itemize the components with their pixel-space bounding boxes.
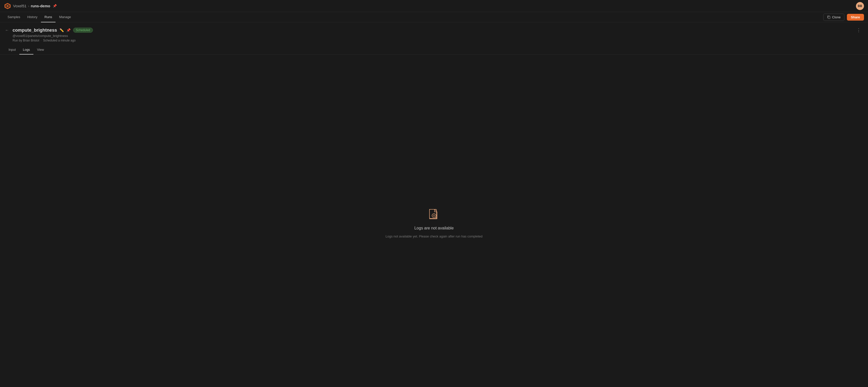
svg-point-6 <box>433 215 435 216</box>
run-header: ← compute_brightness ✏️ 📌 Scheduled ⋮ @v… <box>0 22 868 42</box>
nav-tabs-actions: Clone Share <box>823 13 864 21</box>
run-by: Run by Brian Bristol <box>12 39 39 42</box>
tab-runs[interactable]: Runs <box>41 12 56 22</box>
navbar-left: Voxel51 › runs-demo 📌 <box>4 2 57 9</box>
scheduled-at: Scheduled a minute ago <box>43 39 75 42</box>
status-badge: Scheduled <box>73 28 93 33</box>
nav-tabs: Samples History Runs Manage Clone Share <box>0 12 868 22</box>
sub-tab-input[interactable]: Input <box>5 45 19 55</box>
back-button[interactable]: ← <box>5 28 9 32</box>
breadcrumb: Voxel51 › runs-demo 📌 <box>13 4 57 8</box>
more-options-button[interactable]: ⋮ <box>855 26 863 34</box>
navbar: Voxel51 › runs-demo 📌 BB <box>0 0 868 12</box>
copy-icon <box>827 15 831 19</box>
tab-history[interactable]: History <box>24 12 41 22</box>
share-button[interactable]: Share <box>847 14 864 21</box>
tab-samples[interactable]: Samples <box>4 12 24 22</box>
breadcrumb-project[interactable]: runs-demo <box>31 4 50 8</box>
tab-manage[interactable]: Manage <box>56 12 74 22</box>
sub-tab-view[interactable]: View <box>33 45 48 55</box>
no-logs-icon <box>427 208 441 222</box>
navbar-right: BB <box>856 2 864 10</box>
breadcrumb-org[interactable]: Voxel51 <box>13 4 26 8</box>
empty-state: Logs are not available Logs not availabl… <box>385 208 483 238</box>
breadcrumb-pin-icon[interactable]: 📌 <box>53 4 57 8</box>
sub-tabs: Input Logs View <box>0 45 868 55</box>
pin-icon[interactable]: 📌 <box>66 28 70 32</box>
edit-icon[interactable]: ✏️ <box>60 28 64 32</box>
empty-state-title: Logs are not available <box>414 226 454 231</box>
sub-tab-logs[interactable]: Logs <box>19 45 33 55</box>
meta-separator: · <box>41 39 41 42</box>
clone-button[interactable]: Clone <box>823 13 844 21</box>
voxel51-logo <box>4 2 11 9</box>
run-name: compute_brightness <box>12 28 57 33</box>
run-title-actions: ← compute_brightness ✏️ 📌 Scheduled ⋮ <box>5 26 863 34</box>
svg-rect-3 <box>828 16 830 19</box>
run-path: @voxel51/panels/compute_brightness <box>12 34 863 38</box>
main-content: Logs are not available Logs not availabl… <box>0 55 868 387</box>
avatar[interactable]: BB <box>856 2 864 10</box>
empty-state-subtitle: Logs not available yet. Please check aga… <box>385 235 483 238</box>
run-meta: Run by Brian Bristol · Scheduled a minut… <box>12 39 863 42</box>
breadcrumb-separator: › <box>28 4 29 8</box>
